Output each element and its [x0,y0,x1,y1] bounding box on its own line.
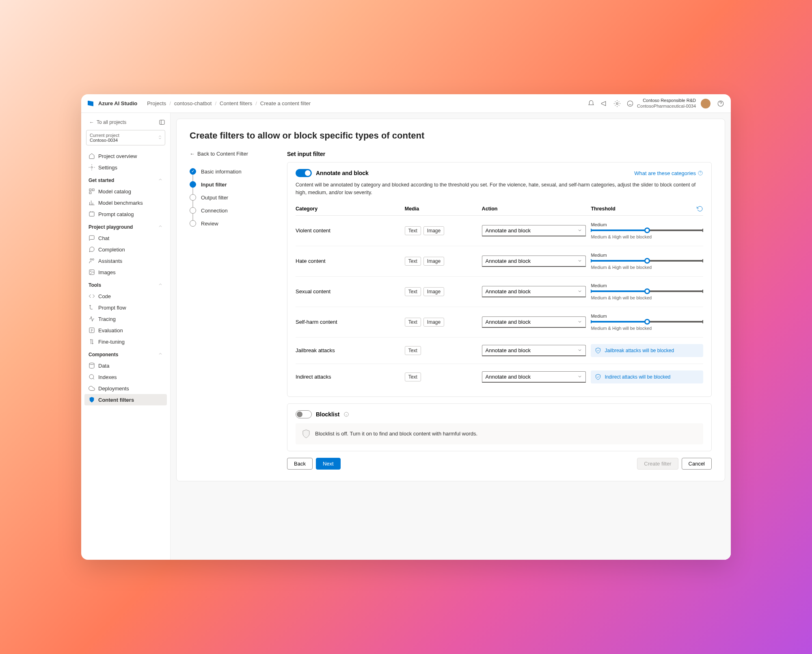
text-media-tag[interactable]: Text [405,346,421,355]
breadcrumb[interactable]: Create a content filter [260,100,311,106]
action-select[interactable]: Annotate and block [482,286,586,297]
annotate-block-panel: Annotate and block What are these catego… [287,162,712,397]
avatar[interactable] [701,99,710,108]
filter-row: Self-harm contentTextImageAnnotate and b… [296,307,703,338]
shield-check-icon [595,347,601,354]
reset-icon[interactable] [697,206,703,212]
step-output-filter[interactable]: Output filter [190,191,271,204]
sidebar-group-playground[interactable]: Project playground [84,220,167,232]
sidebar-item-completion[interactable]: Completion [84,244,167,255]
svg-rect-8 [89,192,91,194]
step-basic-information[interactable]: Basic information [190,165,271,178]
svg-rect-3 [160,120,164,125]
threshold-slider[interactable] [591,321,703,323]
svg-point-10 [90,259,92,260]
sidebar-group-components[interactable]: Components [84,347,167,360]
text-media-tag[interactable]: Text [405,257,421,266]
filter-row: Hate contentTextImageAnnotate and blockM… [296,246,703,277]
step-input-filter[interactable]: Input filter [190,178,271,191]
threshold-slider[interactable] [591,260,703,262]
text-media-tag[interactable]: Text [405,287,421,296]
info-icon[interactable] [343,411,349,417]
blocklist-toggle[interactable] [296,410,312,418]
image-media-tag[interactable]: Image [423,226,444,235]
step-review[interactable]: Review [190,217,271,230]
sidebar-item-assistants[interactable]: Assistants [84,255,167,266]
category-label: Jailbreak attacks [296,347,400,353]
sidebar-item-chat[interactable]: Chat [84,232,167,244]
sidebar-item-indexes[interactable]: Indexes [84,371,167,383]
filter-row: Sexual contentTextImageAnnotate and bloc… [296,277,703,307]
breadcrumb[interactable]: contoso-chatbot [174,100,212,106]
sidebar-item-model-benchmarks[interactable]: Model benchmarks [84,197,167,208]
svg-rect-14 [89,328,94,333]
section-title: Set input filter [287,151,712,157]
collapse-sidebar-icon[interactable] [159,119,165,126]
svg-point-0 [616,102,618,104]
sidebar-item-prompt-flow[interactable]: Prompt flow [84,302,167,313]
shield-off-icon [301,429,311,439]
sidebar-item-data[interactable]: Data [84,360,167,371]
project-selector[interactable]: Current project Contoso-0034 [86,130,165,145]
text-media-tag[interactable]: Text [405,226,421,235]
chevron-updown-icon [158,135,162,141]
topbar: Azure AI Studio Projects / contoso-chatb… [81,94,731,113]
sidebar-group-getstarted[interactable]: Get started [84,173,167,186]
threshold-slider[interactable] [591,290,703,293]
back-to-projects-link[interactable]: ←To all projects [86,118,130,127]
action-select[interactable]: Annotate and block [482,225,586,236]
sidebar-item-model-catalog[interactable]: Model catalog [84,186,167,197]
sidebar-group-tools[interactable]: Tools [84,278,167,290]
blocklist-panel: Blocklist Blocklist is off. Turn it on t… [287,403,712,451]
svg-rect-9 [89,212,94,217]
megaphone-icon[interactable] [600,100,608,107]
azure-logo-icon [88,101,93,106]
next-button[interactable]: Next [316,458,341,470]
text-media-tag[interactable]: Text [405,318,421,327]
image-media-tag[interactable]: Image [423,287,444,296]
bell-icon[interactable] [587,100,595,107]
user-info[interactable]: Contoso Responsible R&D ContosoPharmaceu… [637,98,696,108]
gear-icon[interactable] [613,100,621,107]
sidebar-item-code[interactable]: Code [84,290,167,302]
back-to-content-filter-link[interactable]: ←Back to Content Filter [190,151,271,157]
action-select[interactable]: Annotate and block [482,345,586,356]
breadcrumb[interactable]: Projects [147,100,166,106]
filter-row: Violent contentTextImageAnnotate and blo… [296,216,703,246]
svg-point-5 [91,167,93,168]
annotate-block-toggle[interactable] [296,169,312,177]
filter-row: Jailbreak attacksTextAnnotate and blockJ… [296,338,703,364]
brand: Azure AI Studio [98,100,137,106]
sidebar-item-content-filters[interactable]: Content filters [84,394,167,405]
image-media-tag[interactable]: Image [423,257,444,266]
sidebar-item-images[interactable]: Images [84,266,167,278]
text-media-tag[interactable]: Text [405,372,421,381]
sidebar-item-settings[interactable]: Settings [84,162,167,173]
svg-point-16 [89,375,94,379]
category-label: Hate content [296,258,400,264]
sidebar-item-fine-tuning[interactable]: Fine-tuning [84,336,167,347]
action-select[interactable]: Annotate and block [482,371,586,383]
help-icon[interactable] [717,100,724,107]
smiley-icon[interactable] [626,100,634,107]
category-label: Indirect attacks [296,374,400,380]
action-select[interactable]: Annotate and block [482,256,586,267]
sidebar-item-tracing[interactable]: Tracing [84,313,167,325]
sidebar-item-deployments[interactable]: Deployments [84,383,167,394]
info-banner: Indirect attacks will be blocked [591,370,703,383]
wizard-steps: Basic information Input filter Output fi… [190,165,271,230]
back-button[interactable]: Back [287,458,313,470]
sidebar-item-overview[interactable]: Project overview [84,150,167,162]
sidebar-item-evaluation[interactable]: Evaluation [84,325,167,336]
breadcrumb[interactable]: Content filters [220,100,252,106]
threshold-slider[interactable] [591,230,703,232]
sidebar-item-prompt-catalog[interactable]: Prompt catalog [84,208,167,220]
create-filter-button: Create filter [637,458,678,470]
filter-row: Indirect attacksTextAnnotate and blockIn… [296,364,703,390]
category-label: Self-harm content [296,319,400,325]
image-media-tag[interactable]: Image [423,318,444,327]
step-connection[interactable]: Connection [190,204,271,217]
categories-help-link[interactable]: What are these categories [634,170,703,176]
action-select[interactable]: Annotate and block [482,316,586,328]
cancel-button[interactable]: Cancel [682,458,712,470]
